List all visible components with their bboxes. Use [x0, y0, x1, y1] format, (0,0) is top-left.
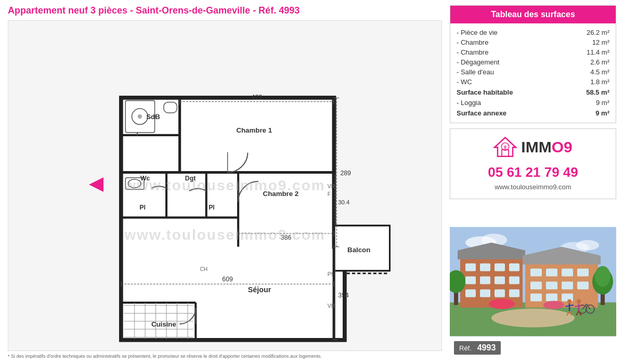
surface-value: 4.5 m² — [578, 68, 609, 76]
surface-label: - Pièce de vie — [457, 29, 578, 36]
svg-text:386: 386 — [281, 234, 292, 241]
svg-rect-96 — [495, 277, 505, 284]
svg-rect-112 — [530, 294, 542, 302]
svg-point-39 — [138, 114, 142, 119]
svg-text:Cuisine: Cuisine — [151, 320, 176, 328]
svg-text:609: 609 — [222, 276, 233, 283]
surface-row-degagement: - Dégagement 2.6 m² — [457, 57, 609, 67]
surface-value: 2.6 m² — [578, 58, 609, 66]
svg-text:CH: CH — [200, 266, 207, 272]
immo9-logo: 9 IMMO9 — [493, 137, 572, 158]
svg-text:VR: VR — [328, 184, 335, 189]
surface-value: 26.2 m² — [578, 29, 609, 36]
svg-rect-105 — [546, 269, 557, 277]
svg-text:9: 9 — [504, 145, 506, 150]
svg-text:F: F — [328, 191, 331, 197]
svg-text:422: 422 — [252, 94, 263, 101]
ref-badge: Réf. 4993 — [454, 341, 501, 355]
svg-text:Balcon: Balcon — [347, 246, 370, 254]
svg-text:30.4: 30.4 — [338, 199, 349, 205]
surface-annexe-value: 9 m² — [578, 109, 609, 117]
svg-rect-91 — [480, 264, 490, 271]
surfaces-header: Tableau des surfaces — [450, 6, 616, 23]
surface-value: 12 m² — [578, 38, 609, 46]
svg-rect-97 — [509, 277, 519, 284]
svg-point-86 — [576, 240, 599, 251]
surface-habitable-label: Surface habitable — [457, 88, 578, 96]
svg-rect-110 — [562, 282, 573, 290]
svg-point-122 — [543, 301, 564, 309]
svg-rect-98 — [465, 290, 476, 297]
surface-value: 11.4 m² — [578, 48, 609, 56]
surface-value: 9 m² — [578, 99, 609, 107]
svg-marker-0 — [89, 177, 103, 192]
svg-rect-101 — [509, 290, 519, 297]
svg-rect-40 — [164, 102, 177, 112]
left-panel: Appartement neuf 3 pièces - Saint-Orens-… — [8, 5, 442, 359]
right-panel: Tableau des surfaces - Pièce de vie 26.2… — [450, 5, 616, 359]
floorplan-area: www.toulouseimmo9.com www.toulouseimmo9.… — [8, 20, 442, 351]
surface-label: - Loggia — [457, 99, 578, 107]
svg-point-127 — [567, 300, 571, 304]
svg-rect-104 — [530, 269, 542, 277]
surface-label: - WC — [457, 78, 578, 86]
svg-rect-114 — [562, 294, 573, 302]
svg-text:Chambre 1: Chambre 1 — [236, 126, 272, 134]
svg-text:Chambre 2: Chambre 2 — [263, 190, 299, 198]
surface-row-habitable: Surface habitable 58.5 m² — [457, 87, 609, 98]
svg-rect-106 — [562, 269, 573, 277]
immo9-house-icon: 9 — [493, 137, 517, 158]
ref-label: Réf. — [459, 344, 472, 352]
svg-rect-92 — [495, 264, 505, 271]
building-scene — [450, 204, 616, 359]
svg-text:VR: VR — [328, 303, 335, 309]
svg-text:Pl: Pl — [209, 204, 215, 211]
immo9-card: 9 IMMO9 05 61 21 79 49 www.toulouseimmo9… — [450, 128, 616, 199]
svg-text:Pl: Pl — [139, 204, 146, 211]
svg-rect-100 — [495, 290, 505, 297]
svg-text:SdB: SdB — [146, 113, 160, 121]
svg-text:Wc: Wc — [140, 175, 150, 182]
immo9-brand-text: IMMO9 — [521, 138, 572, 156]
surface-label: - Dégagement — [457, 58, 578, 66]
surface-label: - Chambre — [457, 38, 578, 46]
svg-text:289: 289 — [340, 170, 351, 177]
svg-rect-108 — [530, 282, 542, 290]
arrow-indicator — [89, 177, 103, 194]
surface-row-annexe: Surface annexe 9 m² — [457, 108, 609, 119]
surface-row-piece-de-vie: - Pièce de vie 26.2 m² — [457, 28, 609, 37]
svg-rect-93 — [509, 264, 519, 271]
svg-rect-107 — [577, 269, 589, 277]
svg-rect-111 — [577, 282, 589, 290]
immo9-phone: 05 61 21 79 49 — [488, 164, 578, 180]
surface-value: 1.8 m² — [578, 78, 609, 86]
surfaces-card: Tableau des surfaces - Pièce de vie 26.2… — [450, 5, 616, 123]
surface-row-loggia: - Loggia 9 m² — [457, 98, 609, 108]
surfaces-body: - Pièce de vie 26.2 m² - Chambre 12 m² -… — [450, 23, 616, 123]
svg-point-121 — [489, 299, 515, 309]
surface-row-chambre1: - Chambre 12 m² — [457, 37, 609, 47]
surface-label: - Chambre — [457, 48, 578, 56]
page-title: Appartement neuf 3 pièces - Saint-Orens-… — [8, 5, 442, 16]
svg-rect-90 — [465, 264, 476, 271]
svg-rect-95 — [480, 277, 490, 284]
svg-point-88 — [491, 309, 575, 328]
svg-point-118 — [595, 266, 610, 287]
surface-row-salle-eau: - Salle d'eau 4.5 m² — [457, 67, 609, 77]
surface-label: - Salle d'eau — [457, 68, 578, 76]
floorplan-svg: 422 289 386 30.4 609 — [8, 21, 441, 350]
svg-rect-109 — [546, 282, 557, 290]
surface-row-chambre2: - Chambre 11.4 m² — [457, 47, 609, 57]
ref-number: 4993 — [477, 343, 496, 352]
svg-rect-94 — [465, 277, 476, 284]
footnote: * Si des impératifs d'ordre techniques o… — [8, 354, 442, 359]
svg-point-132 — [577, 300, 581, 304]
svg-text:354: 354 — [338, 292, 349, 299]
svg-rect-113 — [546, 294, 557, 302]
surface-row-wc: - WC 1.8 m² — [457, 77, 609, 87]
surface-habitable-value: 58.5 m² — [578, 88, 609, 96]
svg-rect-99 — [480, 290, 490, 297]
photo-card: Réf. 4993 — [450, 204, 616, 359]
svg-text:Séjour: Séjour — [248, 285, 271, 294]
svg-text:Dgt: Dgt — [185, 175, 196, 182]
